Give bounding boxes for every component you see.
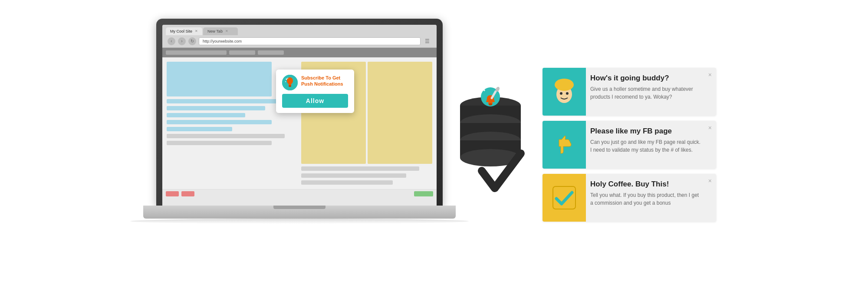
right-text-1	[301, 166, 419, 171]
forward-button[interactable]: ›	[178, 37, 186, 45]
notif-title-3: Holy Coffee. Buy This!	[590, 180, 702, 189]
browser-tab-2[interactable]: New Tab ✕	[203, 27, 238, 35]
tab-label-2: New Tab	[207, 29, 223, 33]
svg-text:✦: ✦	[483, 88, 486, 93]
notification-card-3: Holy Coffee. Buy This! Tell you what. If…	[542, 174, 716, 222]
notif-desc-1: Give us a holler sometime and buy whatev…	[590, 85, 702, 101]
notif-close-3[interactable]: ×	[708, 177, 712, 184]
svg-point-5	[285, 81, 286, 82]
svg-point-24	[560, 92, 562, 95]
notification-card-2: Please like my FB page Can you just go a…	[542, 121, 716, 169]
notif-icon-area-1	[542, 68, 586, 116]
laptop-illustration: My Cool Site ✕ New Tab ✕ ‹ › ↻ http://yo…	[152, 19, 447, 271]
laptop-screen-outer: My Cool Site ✕ New Tab ✕ ‹ › ↻ http://yo…	[156, 19, 443, 206]
laptop-notch	[273, 206, 326, 209]
notif-text-area-1: How's it going buddy? Give us a holler s…	[586, 68, 716, 116]
browser-chrome: My Cool Site ✕ New Tab ✕ ‹ › ↻ http://yo…	[162, 25, 437, 48]
browser-content: Subscribe To Get Push Notifications Allo…	[162, 48, 437, 198]
popup-icon	[282, 75, 298, 90]
footer-btn-1	[166, 191, 179, 196]
tab-close-1[interactable]: ✕	[195, 29, 198, 33]
database-svg: ✦ ✦	[451, 84, 538, 206]
tab-close-2[interactable]: ✕	[225, 29, 228, 33]
main-container: My Cool Site ✕ New Tab ✕ ‹ › ↻ http://yo…	[0, 0, 868, 289]
browser-tabs: My Cool Site ✕ New Tab ✕	[166, 27, 433, 35]
menu-icon[interactable]: ☰	[423, 37, 431, 45]
svg-point-18	[489, 103, 492, 105]
content-block-4	[167, 113, 245, 117]
laptop-base	[143, 206, 456, 219]
notification-card-1: How's it going buddy? Give us a holler s…	[542, 68, 716, 116]
content-block-2	[167, 99, 285, 103]
browser-controls: ‹ › ↻ http://yourwebsite.com ☰	[166, 35, 433, 47]
laptop-shadow	[130, 219, 469, 224]
notif-desc-3: Tell you what. If you buy this product, …	[590, 191, 702, 207]
footer-btn-2	[181, 191, 194, 196]
tab-label-1: My Cool Site	[170, 29, 192, 33]
footer-btn-3	[414, 191, 433, 196]
browser-tab-active[interactable]: My Cool Site ✕	[166, 27, 202, 35]
content-block-8	[167, 141, 272, 145]
notif-icon-area-3	[542, 174, 586, 222]
content-body: Subscribe To Get Push Notifications Allo…	[162, 57, 437, 189]
content-block-3	[167, 106, 265, 110]
notifications-panel: How's it going buddy? Give us a holler s…	[542, 68, 716, 222]
notif-text-area-2: Please like my FB page Can you just go a…	[586, 121, 716, 169]
notif-icon-area-2	[542, 121, 586, 169]
svg-point-25	[566, 92, 569, 95]
toolbar-block-3	[258, 50, 284, 55]
svg-point-4	[286, 78, 287, 80]
toolbar-block-2	[229, 50, 255, 55]
checkbox-icon	[549, 182, 580, 213]
content-block-5	[167, 120, 272, 124]
refresh-button[interactable]: ↻	[188, 37, 196, 45]
popup-title: Subscribe To Get Push Notifications	[301, 75, 348, 87]
content-footer	[162, 189, 437, 198]
notif-title-2: Please like my FB page	[590, 127, 702, 136]
face-icon	[549, 76, 580, 107]
allow-button[interactable]: Allow	[282, 94, 348, 108]
svg-point-6	[287, 78, 288, 79]
content-block-7	[167, 134, 285, 138]
right-text-2	[301, 173, 406, 178]
toolbar-block-1	[166, 50, 227, 55]
notification-popup: Subscribe To Get Push Notifications Allo…	[276, 70, 354, 113]
thumb-icon	[549, 129, 580, 160]
content-toolbar	[162, 48, 437, 57]
back-button[interactable]: ‹	[168, 37, 175, 45]
notif-text-area-3: Holy Coffee. Buy This! Tell you what. If…	[586, 174, 716, 222]
right-block-2	[368, 62, 432, 164]
notif-desc-2: Can you just go and like my FB page real…	[590, 138, 702, 154]
address-bar[interactable]: http://yourwebsite.com	[199, 37, 421, 45]
database-section: ✦ ✦	[447, 84, 542, 206]
browser-window: My Cool Site ✕ New Tab ✕ ‹ › ↻ http://yo…	[162, 25, 437, 206]
svg-point-3	[289, 85, 291, 87]
popup-header: Subscribe To Get Push Notifications	[282, 75, 348, 90]
content-block-6	[167, 127, 232, 131]
right-text-3	[301, 180, 393, 185]
notif-title-1: How's it going buddy?	[590, 74, 702, 83]
notif-close-2[interactable]: ×	[708, 124, 712, 131]
svg-point-26	[556, 80, 573, 91]
svg-text:✦: ✦	[474, 90, 479, 97]
notif-close-1[interactable]: ×	[708, 71, 712, 78]
content-block-1	[167, 62, 272, 96]
